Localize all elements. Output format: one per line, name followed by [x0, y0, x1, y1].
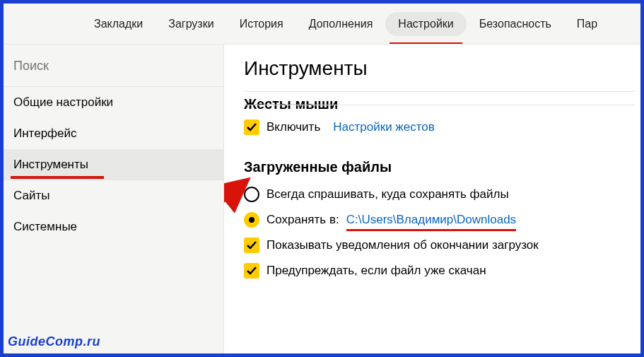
tab-settings[interactable]: Настройки [385, 12, 466, 36]
search-input[interactable] [13, 59, 213, 74]
sidebar-item-interface[interactable]: Интерфейс [4, 118, 223, 149]
download-path-text: C:\Users\Владимир\Downloads [346, 213, 516, 226]
tab-addons[interactable]: Дополнения [296, 12, 386, 36]
settings-content: Инструменты Жесты мыши Включить Настройк… [224, 45, 640, 353]
sidebar-item-system[interactable]: Системные [4, 211, 223, 242]
tab-downloads[interactable]: Загрузки [156, 12, 226, 36]
download-path-link[interactable]: C:\Users\Владимир\Downloads [346, 213, 516, 227]
notify-label: Показывать уведомления об окончании загр… [267, 238, 539, 252]
radio-always-ask-label: Всегда спрашивать, куда сохранять файлы [267, 187, 509, 201]
page-title: Инструменты [244, 57, 635, 80]
settings-sidebar: Общие настройки Интерфейс Инструменты Са… [4, 45, 224, 353]
divider [244, 91, 635, 92]
enable-gestures-label: Включить [267, 120, 320, 134]
radio-save-to[interactable] [244, 212, 259, 228]
tab-passwords-truncated[interactable]: Пар [564, 12, 610, 36]
tab-bookmarks[interactable]: Закладки [81, 12, 156, 36]
sidebar-search [4, 45, 223, 87]
watermark-text: GuideComp.ru [8, 334, 100, 349]
check-icon [246, 265, 257, 276]
downloads-notify-row: Показывать уведомления об окончании загр… [244, 238, 635, 253]
mouse-gestures-enable-row: Включить Настройки жестов [244, 119, 635, 135]
sidebar-item-general[interactable]: Общие настройки [4, 87, 223, 118]
radio-save-to-label: Сохранять в: [267, 213, 339, 227]
gesture-settings-link[interactable]: Настройки жестов [333, 120, 435, 134]
radio-always-ask[interactable] [244, 187, 259, 202]
warn-checkbox[interactable] [244, 263, 259, 279]
annotation-underline [11, 176, 104, 179]
enable-gestures-checkbox[interactable] [244, 119, 259, 135]
downloads-warn-row: Предупреждать, если файл уже скачан [244, 263, 635, 279]
check-icon [246, 240, 257, 251]
annotation-arrow-icon [224, 83, 231, 175]
top-tab-bar: Закладки Загрузки История Дополнения Нас… [4, 4, 640, 45]
warn-label: Предупреждать, если файл уже скачан [267, 264, 486, 278]
section-mouse-gestures-heading: Жесты мыши [244, 96, 635, 112]
section-downloads-heading: Загруженные файлы [244, 159, 635, 175]
tab-history[interactable]: История [227, 12, 296, 36]
sidebar-item-sites[interactable]: Сайты [4, 180, 223, 211]
annotation-underline [346, 229, 516, 232]
tab-security[interactable]: Безопасность [467, 12, 564, 36]
downloads-saveto-row: Сохранять в: C:\Users\Владимир\Downloads [244, 212, 635, 228]
sidebar-item-tools[interactable]: Инструменты [4, 149, 223, 180]
tab-settings-label: Настройки [398, 18, 453, 30]
sidebar-item-tools-label: Инструменты [13, 158, 88, 171]
check-icon [246, 122, 257, 133]
downloads-ask-row: Всегда спрашивать, куда сохранять файлы [244, 187, 635, 202]
notify-checkbox[interactable] [244, 238, 259, 253]
